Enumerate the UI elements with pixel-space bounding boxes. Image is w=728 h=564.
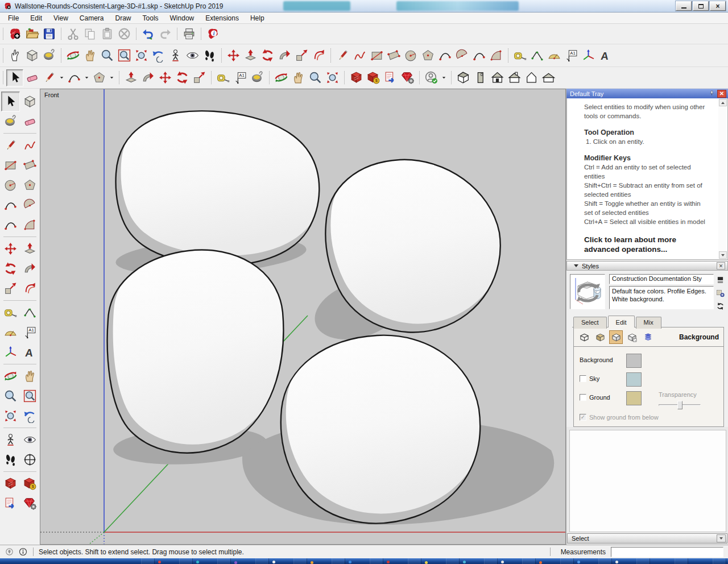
sky-checkbox[interactable] [580,375,586,382]
pointer-hand-button[interactable] [6,47,23,64]
create-style-button[interactable] [715,288,725,298]
navigation-circle-button[interactable] [20,450,39,470]
save-button[interactable] [40,26,57,43]
zoom-extents-button[interactable] [1,406,20,426]
position-camera-button[interactable] [1,430,20,450]
views-front-button[interactable] [489,69,506,86]
edge-settings-button[interactable] [577,330,591,344]
rectangle-button[interactable] [368,47,385,64]
menu-draw[interactable]: Draw [110,13,137,23]
scale-button[interactable] [1,279,20,298]
look-around-button[interactable] [20,430,39,450]
face-settings-button[interactable] [593,330,607,344]
pan-button[interactable] [20,366,39,386]
redo-button[interactable] [156,26,173,43]
rectangle-button[interactable] [1,155,20,175]
axes-button[interactable] [1,342,20,362]
rotated-rectangle-button[interactable] [385,47,402,64]
maximize-button[interactable] [693,1,709,11]
zoom-button[interactable] [1,386,20,406]
position-camera-button[interactable] [167,47,184,64]
arc-2pt-button[interactable] [436,47,453,64]
zoom-button[interactable] [98,47,115,64]
look-around-button[interactable] [184,47,201,64]
measurements-input[interactable] [611,547,723,557]
views-right-button[interactable] [540,69,557,86]
geolocation-icon[interactable] [5,547,14,557]
arc-2pt-dropdown-button[interactable] [82,69,90,86]
styles-panel-header[interactable]: Styles ✕ [566,261,728,271]
menu-edit[interactable]: Edit [24,13,48,23]
follow-me-button[interactable] [276,47,293,64]
tray-pin-button[interactable] [707,90,716,98]
zoom-window-button[interactable] [115,47,133,64]
tab-select[interactable]: Select [573,317,607,329]
extension-manager-button[interactable] [399,69,416,86]
paint-bucket-button[interactable] [249,69,266,86]
line-dropdown-button[interactable] [57,69,65,86]
background-settings-button[interactable] [609,330,623,344]
taskbar-buttons[interactable] [141,558,728,564]
tape-measure-button[interactable] [511,47,528,64]
credits-info-icon[interactable] [18,547,28,557]
eraser-button[interactable] [23,69,40,86]
dimension-button[interactable] [20,302,39,322]
sky-swatch[interactable] [626,372,642,387]
expand-panel-button[interactable] [717,534,726,542]
menu-view[interactable]: View [48,13,74,23]
previous-view-button[interactable] [20,406,39,426]
stone-top-right[interactable] [325,151,505,333]
share-model-button[interactable] [382,69,399,86]
zoom-button[interactable] [307,69,324,86]
polygon-button[interactable] [90,69,107,86]
offset-button[interactable] [20,279,39,298]
select-button[interactable] [1,92,20,111]
arc-3pt-button[interactable] [1,215,20,235]
views-back-button[interactable] [506,69,523,86]
tab-mix[interactable]: Mix [636,317,661,329]
modeling-settings-button[interactable] [641,330,655,344]
line-button[interactable] [40,69,57,86]
paint-bucket-button[interactable] [1,111,20,131]
scale-button[interactable] [191,69,208,86]
text-button[interactable] [231,69,249,86]
model-viewport[interactable]: Front [40,89,566,545]
orbit-button[interactable] [1,366,20,386]
zoom-extents-button[interactable] [324,69,341,86]
3d-text-button[interactable] [597,47,614,64]
update-style-button[interactable] [715,301,725,311]
minimize-button[interactable] [676,1,692,11]
move-button[interactable] [156,69,173,86]
eraser-button[interactable] [20,111,39,131]
walk-button[interactable] [201,47,218,64]
rotate-button[interactable] [259,47,276,64]
styles-close-button[interactable]: ✕ [717,262,725,269]
menu-help[interactable]: Help [245,13,270,23]
pan-button[interactable] [289,69,307,86]
extension-manager-button[interactable] [20,494,39,513]
rotate-button[interactable] [1,259,20,279]
polygon-button[interactable] [20,175,39,195]
copy-button[interactable] [81,26,98,43]
arc-3pt-button[interactable] [470,47,487,64]
follow-me-button[interactable] [20,259,39,279]
tape-measure-button[interactable] [1,302,20,322]
scroll-down-button[interactable] [719,251,727,259]
watermark-settings-button[interactable] [625,330,639,344]
instructor-scrollbar[interactable] [718,99,727,259]
ground-checkbox[interactable] [580,394,586,401]
paste-button[interactable] [98,26,115,43]
scale-button[interactable] [293,47,310,64]
follow-me-button[interactable] [139,69,156,86]
menu-window[interactable]: Window [164,13,200,23]
arc-filled-button[interactable] [20,215,39,235]
tray-close-button[interactable]: ✕ [717,90,726,98]
make-component-button[interactable] [20,92,39,111]
freehand-button[interactable] [351,47,368,64]
pie-button[interactable] [20,195,39,215]
offset-button[interactable] [310,47,327,64]
menu-camera[interactable]: Camera [74,13,110,23]
paint-bucket-button[interactable] [40,47,57,64]
stone-top-left[interactable] [116,101,325,265]
rotate-button[interactable] [173,69,191,86]
